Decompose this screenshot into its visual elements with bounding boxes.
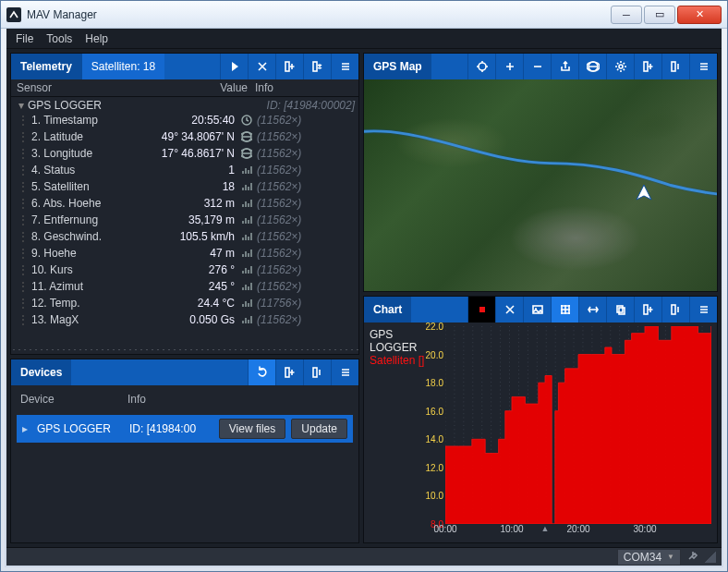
locate-icon[interactable] — [467, 54, 495, 79]
x-tick: 00:00 — [433, 524, 456, 534]
pane-remove-icon[interactable] — [303, 54, 331, 79]
sensor-row[interactable]: ⋮13. MagX0.050 Gs(11562×) — [15, 311, 355, 328]
sensor-info: (11562×) — [255, 164, 355, 176]
sensor-row[interactable]: ⋮12. Temp.24.4 °C(11756×) — [15, 295, 355, 311]
minimize-button[interactable]: ─ — [611, 6, 642, 24]
sensor-row[interactable]: ⋮3. Longitude17° 46.8617' N(11562×) — [15, 145, 355, 162]
close-chart-icon[interactable] — [495, 297, 523, 323]
com-port-value: COM34 — [624, 551, 661, 564]
svg-rect-0 — [285, 62, 289, 71]
bars-icon — [238, 281, 255, 292]
sensor-value: 47 m — [152, 247, 238, 260]
menu-tools[interactable]: Tools — [46, 32, 72, 45]
com-port-select[interactable]: COM34 ▼ — [617, 549, 681, 566]
expand-icon[interactable]: ▸ — [22, 422, 31, 435]
chevron-down-icon: ▼ — [667, 553, 674, 561]
close-button[interactable]: ✕ — [677, 6, 722, 24]
menu-bar: File Tools Help — [6, 29, 722, 49]
chart-canvas[interactable]: 22.020.018.016.014.012.010.08.000:0010:0… — [445, 326, 711, 524]
pane-add-icon[interactable] — [275, 54, 303, 79]
splitter-h[interactable] — [11, 348, 358, 352]
svg-rect-11 — [672, 62, 675, 71]
sensor-row[interactable]: ⋮9. Hoehe47 m(11562×) — [15, 245, 355, 262]
svg-rect-16 — [619, 308, 625, 314]
y-tick: 12.0 — [426, 462, 445, 472]
pane-remove-icon[interactable] — [303, 359, 331, 385]
sensor-row[interactable]: ⋮1. Timestamp20:55:40(11562×) — [15, 112, 355, 128]
svg-rect-12 — [479, 307, 485, 312]
telemetry-header: Telemetry Satelliten: 18 — [11, 54, 358, 79]
sensor-info: (11562×) — [255, 213, 355, 226]
pane-remove-icon[interactable] — [661, 54, 689, 79]
menu-file[interactable]: File — [16, 32, 33, 45]
zoom-in-icon[interactable] — [495, 54, 523, 79]
position-cursor-icon — [634, 183, 654, 203]
devices-columns: Device Info — [17, 391, 353, 408]
sensor-row[interactable]: ⋮5. Satelliten18(11562×) — [15, 178, 355, 195]
close-tab-icon[interactable] — [248, 54, 275, 79]
globe-icon[interactable] — [578, 54, 606, 79]
zoom-out-icon[interactable] — [523, 54, 551, 79]
refresh-icon[interactable] — [248, 359, 275, 385]
play-icon[interactable] — [220, 54, 248, 79]
clock-icon — [238, 115, 255, 126]
chart-cursor-icon[interactable]: ▲ — [541, 524, 550, 533]
menu-help[interactable]: Help — [85, 32, 108, 45]
sensor-value: 18 — [152, 180, 238, 193]
bars-icon — [238, 264, 255, 275]
record-icon[interactable] — [467, 297, 495, 323]
grid-icon[interactable] — [551, 297, 578, 323]
y-tick: 14.0 — [426, 434, 445, 444]
x-tick: 30:00 — [633, 524, 656, 534]
sensor-row[interactable]: ⋮4. Status1(11562×) — [15, 162, 355, 178]
sensor-info: (11756×) — [255, 297, 355, 310]
sensor-row[interactable]: ⋮7. Entfernung35,179 m(11562×) — [15, 212, 355, 228]
maximize-button[interactable]: ▭ — [644, 6, 675, 24]
sensor-info: (11562×) — [255, 313, 355, 326]
sensor-group[interactable]: ▾GPS LOGGERID: [41984:00002] — [15, 99, 355, 112]
sensor-row[interactable]: ⋮2. Latitude49° 34.8067' N(11562×) — [15, 128, 355, 145]
pane-add-icon[interactable] — [634, 54, 661, 79]
copy-icon[interactable] — [606, 297, 634, 323]
sensor-info: (11562×) — [255, 247, 355, 260]
sensor-name: 8. Geschwind. — [31, 230, 152, 243]
pane-add-icon[interactable] — [275, 359, 303, 385]
menu-icon[interactable] — [689, 297, 717, 323]
update-button[interactable]: Update — [291, 419, 347, 439]
sensor-row[interactable]: ⋮10. Kurs276 °(11562×) — [15, 262, 355, 278]
sensor-value: 0.050 Gs — [152, 313, 238, 326]
export-icon[interactable] — [551, 54, 578, 79]
menu-icon[interactable] — [689, 54, 717, 79]
y-tick: 18.0 — [426, 378, 445, 388]
sensor-info: (11562×) — [255, 197, 355, 210]
view-files-button[interactable]: View files — [219, 419, 285, 439]
menu-icon[interactable] — [331, 359, 358, 385]
resize-grip[interactable] — [705, 552, 716, 563]
menu-icon[interactable] — [331, 54, 358, 79]
app-icon — [6, 7, 21, 22]
y-tick: 16.0 — [426, 406, 445, 416]
sensor-row[interactable]: ⋮11. Azimut245 °(11562×) — [15, 278, 355, 295]
sensor-info: (11562×) — [255, 180, 355, 193]
pane-remove-icon[interactable] — [661, 297, 689, 323]
sensor-value: 245 ° — [152, 280, 238, 293]
device-row[interactable]: ▸ GPS LOGGER ID: [41984:00 View files Up… — [17, 415, 353, 443]
col-sensor: Sensor — [17, 81, 164, 94]
pane-add-icon[interactable] — [634, 297, 661, 323]
connect-icon[interactable] — [686, 549, 699, 565]
devices-header: Devices — [11, 359, 358, 385]
x-tick: 10:00 — [500, 524, 523, 534]
svg-rect-6 — [313, 368, 317, 377]
settings-icon[interactable] — [606, 54, 634, 79]
map-header: GPS Map — [364, 54, 717, 79]
fit-icon[interactable] — [578, 297, 606, 323]
map-canvas[interactable] — [364, 79, 717, 291]
svg-rect-15 — [617, 306, 623, 312]
devices-title: Devices — [11, 359, 71, 385]
y-tick: 22.0 — [426, 322, 445, 332]
window-title: MAV Manager — [27, 8, 611, 21]
image-icon[interactable] — [523, 297, 551, 323]
sensor-row[interactable]: ⋮6. Abs. Hoehe312 m(11562×) — [15, 195, 355, 212]
sensor-row[interactable]: ⋮8. Geschwind.105.5 km/h(11562×) — [15, 228, 355, 245]
telemetry-tab[interactable]: Satelliten: 18 — [81, 54, 164, 79]
